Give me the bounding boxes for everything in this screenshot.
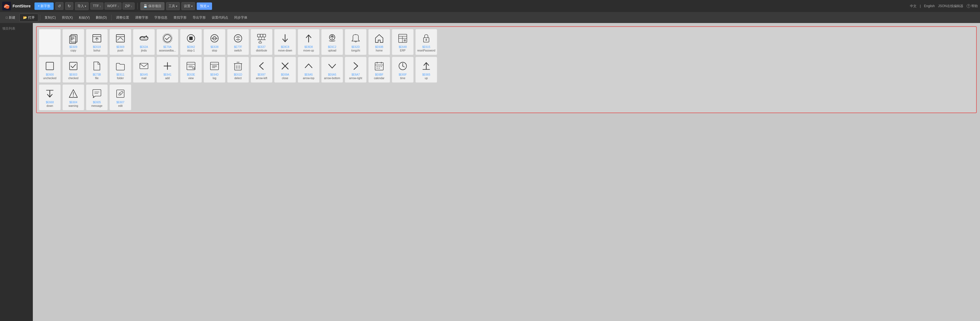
icon-code: $E69A: [281, 73, 289, 76]
import-button[interactable]: 导入 ▾: [75, 2, 89, 10]
icon-cell-checked[interactable]: $E603checked: [62, 57, 84, 83]
icon-code: $E62D: [352, 45, 360, 48]
icon-cell-move-down[interactable]: $E8C8move-down: [274, 29, 296, 55]
icon-code: $E65F: [399, 73, 407, 76]
json-editor-link[interactable]: JSON在线编辑器: [938, 4, 963, 8]
delete-btn[interactable]: 删除(D): [93, 14, 110, 21]
icon-cell-warning[interactable]: $E604warning: [62, 85, 84, 110]
icon-cell-view[interactable]: $E63Eview: [180, 57, 202, 83]
svg-point-14: [142, 36, 143, 37]
icon-name: ERP: [400, 49, 406, 52]
adjust-glyph-btn[interactable]: 调整字形: [132, 14, 151, 21]
icon-cell-arrow-bottom[interactable]: $E6A5arrow-bottom: [321, 57, 343, 83]
icon-cell-assessedba...[interactable]: $E70Aassessedba...: [156, 29, 178, 55]
save-icon: 💾: [143, 4, 148, 8]
lang-zh[interactable]: 中文: [910, 4, 916, 8]
icon-cell-arrow-left[interactable]: $E697arrow-left: [251, 57, 272, 83]
icon-name: folder: [117, 77, 124, 80]
glyph-info-btn[interactable]: 字形信息: [151, 14, 170, 21]
save-project-button[interactable]: 💾 保存项目: [140, 2, 164, 10]
app-title: FontStore: [13, 4, 31, 8]
icon-name: resetPassword: [417, 49, 435, 52]
icon-cell-file[interactable]: $E73Bfile: [86, 57, 108, 83]
icon-code: $E8D8: [304, 45, 313, 48]
icon-cell-arrow-top[interactable]: $E6A5arrow-top: [298, 57, 320, 83]
sync-font-btn[interactable]: 同步字体: [231, 14, 250, 21]
icon-cell-resetPassword[interactable]: $E615resetPassword: [415, 29, 437, 55]
icon-cell-distribute[interactable]: $E637distribute: [251, 29, 272, 55]
svg-rect-76: [379, 66, 380, 67]
icon-cell-edit[interactable]: $E607edit: [110, 85, 131, 110]
icon-cell-stop[interactable]: $E638stop: [204, 29, 226, 55]
tools-button[interactable]: 工具 ▾: [166, 2, 180, 10]
icon-cell-push[interactable]: $E669push: [110, 29, 131, 55]
main-area: 项目列表 $E609copy$E618bohui$E669push$E62Aji…: [0, 23, 980, 321]
cut-btn[interactable]: 剪切(X): [59, 14, 75, 21]
empty-cell[interactable]: [39, 29, 61, 55]
svg-point-19: [163, 34, 172, 43]
set-codepoint-btn[interactable]: 设置代码点: [209, 14, 231, 21]
undo-button[interactable]: ↺: [55, 2, 64, 10]
icon-cell-unchecked[interactable]: $E600unchecked: [39, 57, 61, 83]
paste-btn[interactable]: 粘贴(V): [76, 14, 92, 21]
preview-button[interactable]: 预览 ▾: [197, 2, 212, 10]
icon-cell-stop-1[interactable]: $E842stop-1: [180, 29, 202, 55]
woff-button[interactable]: WOFF ↓: [105, 2, 121, 10]
icon-cell-tongzhi[interactable]: $E62Dtongzhi: [345, 29, 367, 55]
ttf-button[interactable]: TTF ↓: [90, 2, 103, 10]
icon-name: warning: [68, 104, 78, 108]
icon-cell-log[interactable]: $E64Dlog: [204, 57, 226, 83]
svg-rect-48: [46, 62, 54, 70]
icon-name: add: [165, 77, 170, 80]
svg-line-58: [194, 69, 195, 69]
icon-cell-down[interactable]: $E668down: [39, 85, 61, 110]
svg-point-17: [147, 37, 148, 38]
tab-open[interactable]: 📂 打开: [19, 14, 38, 22]
icon-cell-time[interactable]: $E65Ftime: [392, 57, 414, 83]
sidebar: 项目列表: [0, 23, 33, 321]
icon-cell-add[interactable]: $E641add: [156, 57, 178, 83]
icon-name: copy: [70, 49, 76, 52]
icon-cell-calendar[interactable]: $E6BFcalendar: [368, 57, 390, 83]
icon-code: $E638: [211, 45, 219, 48]
icon-code: $E637: [258, 45, 266, 48]
icon-cell-arrow-right[interactable]: $E6A7arrow-right: [345, 57, 367, 83]
tab-new[interactable]: □ 新建: [2, 14, 19, 22]
svg-line-91: [119, 93, 121, 94]
icon-cell-delect[interactable]: $E61Ddelect: [227, 57, 249, 83]
import-chevron: ▾: [85, 5, 86, 8]
icon-code: $E600: [46, 73, 54, 76]
settings-button[interactable]: 设置 ▾: [181, 2, 195, 10]
svg-point-47: [426, 38, 427, 40]
icon-cell-jindu[interactable]: $E62Ajindu: [133, 29, 155, 55]
new-glyph-button[interactable]: + 新字形: [35, 2, 54, 10]
help-link[interactable]: ? 帮助: [967, 4, 978, 8]
icon-cell-switch[interactable]: $E77Fswitch: [227, 29, 249, 55]
icon-cell-bohui[interactable]: $E618bohui: [86, 29, 108, 55]
icon-cell-mail[interactable]: $E645mail: [133, 57, 155, 83]
svg-point-83: [402, 65, 403, 66]
svg-rect-35: [259, 42, 262, 43]
svg-point-18: [164, 35, 171, 42]
icon-cell-up[interactable]: $E665up: [415, 57, 437, 83]
copy-btn[interactable]: 复制(C): [42, 14, 59, 21]
redo-button[interactable]: ↻: [65, 2, 73, 10]
zip-button[interactable]: ZIP ↓: [123, 2, 135, 10]
icon-cell-ERP[interactable]: $E648ERP: [392, 29, 414, 55]
icon-cell-move-up[interactable]: $E8D8move-up: [298, 29, 320, 55]
icon-cell-copy[interactable]: $E609copy: [62, 29, 84, 55]
icon-name: down: [46, 104, 53, 108]
icon-cell-upload[interactable]: $E6C2upload: [321, 29, 343, 55]
svg-rect-29: [263, 34, 266, 37]
adjust-position-btn[interactable]: 调整位置: [113, 14, 132, 21]
icon-cell-folder[interactable]: $E611folder: [110, 57, 131, 83]
svg-point-16: [146, 35, 147, 37]
icon-cell-close[interactable]: $E69Aclose: [274, 57, 296, 83]
icon-code: $E607: [116, 101, 124, 104]
export-glyph-btn[interactable]: 导出字形: [190, 14, 208, 21]
lang-en[interactable]: English: [924, 4, 935, 8]
icon-cell-message[interactable]: $E605message: [86, 85, 108, 110]
icon-name: bohui: [94, 49, 100, 52]
find-glyph-btn[interactable]: 查找字形: [171, 14, 189, 21]
icon-cell-home[interactable]: $E60Bhome: [368, 29, 390, 55]
